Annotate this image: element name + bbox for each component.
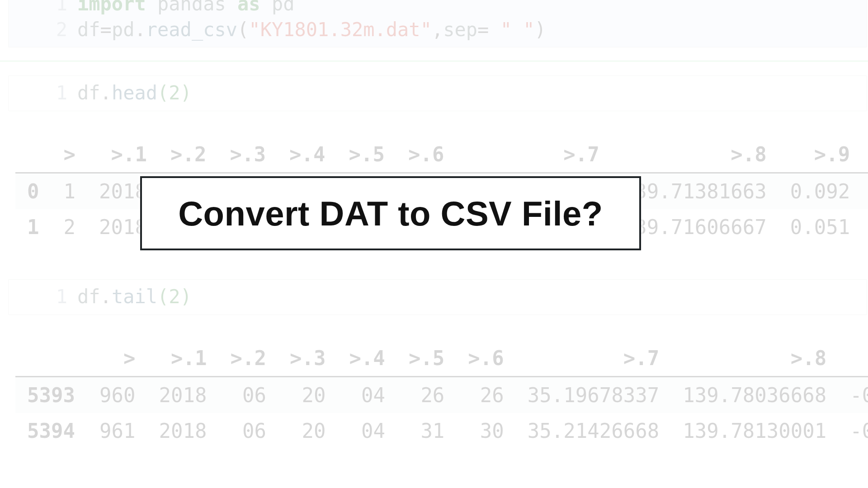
gutter: 1 (9, 280, 77, 314)
code-cell-head[interactable]: 1 df.head(2) (8, 75, 867, 111)
cell-value: 961 (88, 413, 147, 449)
cell-value: 35.19678337 (516, 376, 671, 413)
column-header: >.7 (516, 340, 671, 377)
overlay-caption-box: Convert DAT to CSV File? (140, 176, 641, 250)
cell-value: 2 (52, 209, 88, 245)
cell-value: 04 (337, 376, 396, 413)
execution-divider (0, 60, 868, 62)
cell-value: -0.092 (838, 376, 868, 413)
kw-import: import (77, 0, 146, 15)
code-cell-tail[interactable]: 1 df.tail(2) (8, 279, 867, 315)
cell-value: 26 (397, 376, 456, 413)
column-header: >.4 (278, 136, 337, 173)
cell-value: 960 (88, 376, 147, 413)
column-header: >.8 (671, 340, 838, 377)
row-index: 0 (15, 173, 52, 210)
gutter: 1 (9, 76, 77, 111)
cell-value: 0.092 (778, 173, 862, 210)
code-cell-import[interactable]: 1 2 import pandas as pd df=pd.read_csv("… (8, 0, 867, 47)
line-number: 1 (9, 80, 67, 106)
row-index: 5394 (15, 413, 88, 449)
line-number: 1 (9, 0, 67, 17)
column-header: >.6 (396, 136, 456, 173)
column-header: > (88, 340, 147, 377)
cell-value: 20 (278, 413, 337, 449)
cell-value: 2018 (147, 376, 218, 413)
column-header: >.1 (87, 136, 159, 173)
kw-as: as (237, 0, 260, 15)
column-header: >.9 (778, 136, 862, 173)
cell-value: 139.78036668 (671, 376, 838, 413)
line-number: 1 (9, 284, 67, 310)
cell-value: 0.051 (778, 209, 862, 245)
column-header: >.9 (838, 340, 868, 377)
column-header: >.3 (278, 340, 337, 377)
line-number: 2 (9, 17, 67, 43)
cell-value: 06 (218, 376, 278, 413)
cell-value: 35.21426668 (516, 413, 671, 449)
column-header: >.2 (218, 340, 278, 377)
column-header: >.7 (456, 136, 611, 173)
column-header: >.6 (456, 340, 515, 377)
table-row: 53949612018062004313035.21426668139.7813… (15, 413, 868, 449)
cell-value: 20 (278, 376, 337, 413)
column-header: >.2 (159, 136, 218, 173)
overlay-caption: Convert DAT to CSV File? (178, 194, 603, 233)
code-area[interactable]: df.tail(2) (77, 280, 867, 314)
cell-value: 1 (52, 173, 88, 210)
table-corner (15, 340, 88, 377)
column-header: >.1 (147, 340, 218, 377)
cell-value: -0.267 (862, 209, 868, 245)
cell-value: 31 (397, 413, 456, 449)
cell-value: 04 (337, 413, 396, 449)
cell-value: 139.78130001 (671, 413, 838, 449)
cell-value: -0.187 (838, 413, 868, 449)
column-header: >.10 (862, 136, 868, 173)
table-corner (15, 136, 52, 173)
column-header: >.3 (218, 136, 277, 173)
column-header: > (52, 136, 88, 173)
cell-value: 26 (456, 376, 515, 413)
cell-value: 06 (218, 413, 278, 449)
code-area[interactable]: df.head(2) (77, 76, 867, 111)
cell-value: 2018 (147, 413, 218, 449)
dataframe-tail-output: >>.1>.2>.3>.4>.5>.6>.7>.8>.9>.10>.11 539… (15, 340, 868, 449)
table-row: 53939602018062004262635.19678337139.7803… (15, 376, 868, 413)
cell-value: -0.308 (862, 173, 868, 210)
column-header: >.5 (337, 136, 396, 173)
column-header: >.8 (611, 136, 778, 173)
gutter: 1 2 (9, 0, 77, 47)
column-header: >.5 (397, 340, 456, 377)
cell-value: 30 (456, 413, 515, 449)
column-header: >.4 (337, 340, 396, 377)
row-index: 5393 (15, 376, 88, 413)
row-index: 1 (15, 209, 52, 245)
code-area[interactable]: import pandas as pd df=pd.read_csv("KY18… (77, 0, 867, 47)
